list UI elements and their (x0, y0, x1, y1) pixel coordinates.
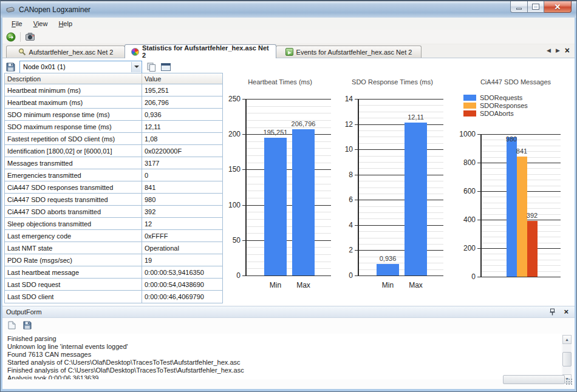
output-copy-button[interactable] (6, 320, 17, 331)
column-header-description[interactable]: Description (5, 73, 142, 84)
row-description: Last SDO request (5, 279, 142, 290)
horizontal-scrollbar-thumb[interactable] (503, 375, 565, 384)
row-description: Emergencies transmitted (5, 169, 142, 181)
combo-dropdown-button[interactable] (131, 62, 141, 72)
minor-gridline (359, 143, 443, 144)
title-bar[interactable]: CANopen Logxaminer ✕ (1, 1, 576, 18)
table-row[interactable]: Fastest repetition of SDO client (ms)1,0… (5, 133, 222, 145)
table-row[interactable]: Last NMT stateOperational (5, 242, 222, 254)
minor-gridline (359, 130, 443, 131)
minor-gridline (359, 238, 443, 238)
y-tick-label: 2 (333, 246, 353, 254)
row-value: 12 (142, 218, 222, 229)
major-gridline (242, 169, 331, 170)
minimize-button[interactable] (510, 1, 528, 13)
pin-icon[interactable] (550, 308, 555, 316)
copy-statistics-button[interactable] (146, 61, 157, 72)
tab-trace[interactable]: Aufstartfehler_hex.asc Net 2 (6, 46, 125, 58)
log-line: Finished analysis of C:\Users\Olaf\Deskt… (7, 367, 558, 374)
table-row[interactable]: Identification [1800,02] or [6000,01]0x0… (5, 145, 222, 157)
log-line: Analysis took 0:00:06,3613639 (7, 374, 558, 379)
row-description: CiA447 SDO responses transmitted (5, 181, 142, 193)
window-icon (161, 63, 171, 71)
table-row[interactable]: Messages transmitted3177 (5, 157, 222, 169)
minor-gridline (247, 163, 331, 163)
table-row[interactable]: CiA447 SDO aborts transmitted392 (5, 206, 222, 218)
row-value: 195,251 (142, 84, 222, 96)
minor-gridline (247, 148, 331, 149)
x-category-label: Max (296, 281, 310, 289)
tab-close-icon[interactable]: × (565, 47, 570, 54)
minor-gridline (247, 141, 331, 142)
row-value: 0:00:00:53,9416350 (142, 266, 222, 278)
output-close-icon[interactable]: × (564, 308, 568, 316)
close-icon: ✕ (555, 3, 561, 11)
table-row[interactable]: Emergencies transmitted0 (5, 169, 222, 181)
legend-swatch (463, 103, 476, 109)
export-window-button[interactable] (160, 61, 171, 72)
table-row[interactable]: CiA447 SDO responses transmitted841 (5, 181, 222, 194)
report-icon (26, 33, 35, 41)
y-tick-label: 800 (456, 158, 476, 167)
tab-statistics[interactable]: Statistics for Aufstartfehler_hex.asc Ne… (125, 44, 276, 58)
table-row[interactable]: Last SDO client0:00:00:46,4069790 (5, 291, 222, 303)
maximize-button[interactable] (528, 1, 544, 13)
chart-legend: SDORequestsSDOResponsesSDOAborts (463, 93, 528, 117)
minor-gridline (247, 268, 331, 269)
statistics-toolbar: Node 0x01 (1) (5, 60, 171, 73)
y-tick-label: 150 (221, 165, 241, 174)
save-statistics-button[interactable] (5, 61, 16, 72)
y-tick-label: 200 (221, 130, 241, 138)
row-description: CiA447 SDO aborts transmitted (5, 206, 142, 217)
table-row[interactable]: Last SDO request0:00:00:54,0438690 (5, 279, 222, 291)
table-row[interactable]: SDO maximum response time (ms)12,11 (5, 121, 222, 133)
column-header-value[interactable]: Value (142, 73, 222, 84)
table-row[interactable]: CiA447 SDO requests transmitted980 (5, 194, 222, 206)
table-row[interactable]: Heartbeat maximum (ms)206,796 (5, 96, 222, 109)
open-trace-icon (6, 32, 16, 42)
table-row[interactable]: Last emergency code0xFFFF (5, 230, 222, 242)
minor-gridline (247, 191, 331, 191)
menu-bar: File View Help (2, 18, 575, 30)
table-row[interactable]: PDO Rate (msgs/sec)19 (5, 254, 222, 266)
menu-help[interactable]: Help (53, 18, 78, 29)
bar-sdoresponses (517, 157, 527, 277)
bar-value-label: 206,796 (292, 120, 316, 127)
y-tick-label: 50 (221, 236, 241, 245)
magnifier-icon (18, 48, 26, 56)
report-button[interactable] (24, 32, 35, 42)
table-row[interactable]: Heartbeat minimum (ms)195,251 (5, 84, 222, 96)
minor-gridline (359, 168, 443, 169)
table-row[interactable]: Last heartbeat message0:00:00:53,9416350 (5, 266, 222, 279)
tab-events-label: Events for Aufstartfehler_hex.asc Net 2 (296, 49, 412, 56)
open-trace-button[interactable] (5, 32, 16, 42)
minor-gridline (359, 162, 443, 163)
output-save-button[interactable] (22, 320, 33, 331)
scroll-up-icon[interactable]: ▲ (562, 335, 572, 344)
menu-view[interactable]: View (28, 18, 53, 29)
table-row[interactable]: SDO minimum response time (ms)0,936 (5, 109, 222, 121)
resize-grip[interactable] (565, 378, 573, 385)
close-button[interactable]: ✕ (544, 1, 572, 13)
document-tabstrip: Aufstartfehler_hex.asc Net 2 Statistics … (2, 44, 575, 58)
tab-events[interactable]: Events for Aufstartfehler_hex.asc Net 2 (276, 46, 422, 58)
toolbar-separator (20, 32, 21, 42)
menu-file[interactable]: File (6, 18, 28, 29)
row-value: 0,936 (142, 109, 222, 120)
major-gridline (242, 240, 331, 241)
output-log[interactable]: Finished parsingUnknown log line 'intern… (4, 334, 561, 379)
tab-scroll-left-icon[interactable]: ◀ (547, 47, 551, 54)
node-selector[interactable]: Node 0x01 (1) (19, 61, 142, 73)
chevron-down-icon (134, 66, 139, 68)
minor-gridline (247, 233, 331, 234)
major-gridline (355, 149, 443, 150)
tab-scroll-right-icon[interactable]: ▶ (556, 47, 560, 54)
chart-title: Heartbeat Times (ms) (227, 74, 333, 86)
row-value: Operational (142, 242, 222, 254)
minor-gridline (359, 257, 443, 257)
table-row[interactable]: Sleep objections transmitted12 (5, 218, 222, 230)
minor-gridline (359, 244, 443, 245)
scrollbar-thumb[interactable] (562, 352, 572, 367)
major-gridline (355, 124, 443, 125)
row-value: 3177 (142, 157, 222, 169)
